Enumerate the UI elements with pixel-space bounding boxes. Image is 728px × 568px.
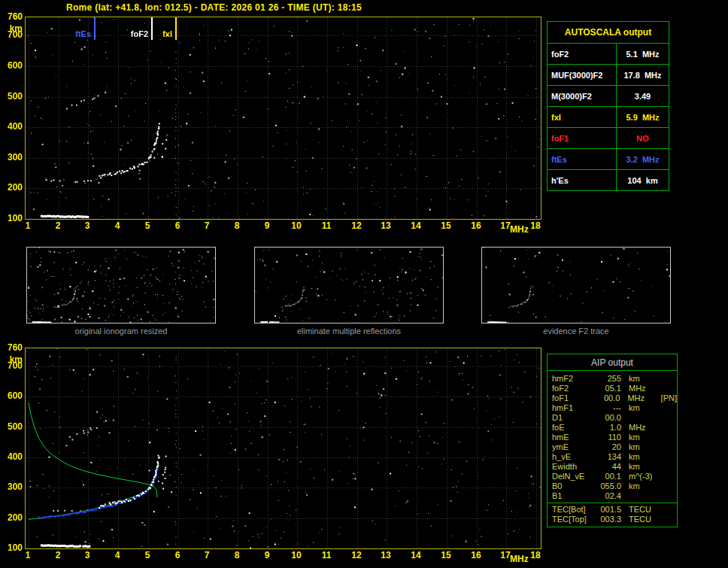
aip-param-note bbox=[662, 374, 663, 384]
aip-param-note bbox=[662, 515, 663, 524]
top-xtick-16: 16 bbox=[467, 221, 485, 230]
aip-param-label: TEC[Bot] bbox=[552, 505, 594, 515]
top-xtick-11: 11 bbox=[317, 221, 335, 230]
aip-tec-list: TEC[Bot]001.5TECUTEC[Top]003.3TECU bbox=[548, 505, 677, 527]
profile-ionogram-plot bbox=[25, 348, 541, 549]
top-xtick-5: 5 bbox=[138, 221, 156, 230]
bottom-ytick-500: 500 bbox=[1, 422, 23, 431]
thumbnail-caption-eliminate: eliminate multiple reflections bbox=[254, 327, 444, 336]
bottom-xtick-5: 5 bbox=[138, 551, 156, 560]
aip-row-foE: foE1.0MHz bbox=[548, 423, 677, 433]
aip-param-unit: MHz bbox=[621, 423, 662, 433]
profile-ionogram-canvas bbox=[26, 348, 541, 548]
autoscala-app-screen: Rome (lat: +41.8, lon: 012.5) - DATE: 20… bbox=[0, 0, 728, 568]
aip-row-hmE: hmE110km bbox=[548, 433, 677, 442]
top-ytick-400: 400 bbox=[1, 122, 23, 131]
thumbnail-caption-original: original ionogram resized bbox=[26, 327, 216, 336]
autoscala-param-label: h'Es bbox=[548, 170, 617, 191]
aip-param-unit: TECU bbox=[621, 505, 662, 515]
autoscala-param-value: 104 km bbox=[617, 170, 669, 191]
bottom-xtick-10: 10 bbox=[287, 551, 305, 560]
autoscala-param-value: 17.8 MHz bbox=[617, 65, 669, 86]
aip-param-label: B1 bbox=[552, 491, 594, 501]
top-ytick-200: 200 bbox=[1, 183, 23, 192]
aip-param-label: Ewidth bbox=[552, 462, 594, 472]
autoscala-output-table: AUTOSCALA output foF25.1 MHzMUF(3000)F21… bbox=[547, 21, 669, 191]
aip-param-label: foF1 bbox=[552, 393, 593, 403]
aip-param-unit: km bbox=[621, 481, 662, 491]
aip-param-unit bbox=[621, 491, 662, 501]
aip-param-value: 110 bbox=[594, 433, 621, 442]
aip-param-value: 001.5 bbox=[594, 505, 621, 515]
aip-param-note bbox=[662, 433, 663, 442]
aip-param-label: hmE bbox=[552, 433, 594, 442]
aip-param-value: 00.1 bbox=[594, 472, 621, 481]
aip-panel-title: AIP output bbox=[548, 354, 677, 371]
bottom-xtick-11: 11 bbox=[317, 551, 335, 560]
bottom-xtick-6: 6 bbox=[168, 551, 187, 560]
autoscala-param-label: ftEs bbox=[548, 149, 617, 170]
top-xtick-15: 15 bbox=[437, 221, 455, 230]
thumbnail-evidence-canvas bbox=[482, 248, 670, 323]
aip-row-B1: B102.4 bbox=[548, 491, 677, 501]
autoscala-row-foF2: foF25.1 MHz bbox=[548, 44, 669, 65]
top-xtick-13: 13 bbox=[377, 221, 395, 230]
bottom-ytick-200: 200 bbox=[1, 513, 23, 522]
bottom-xtick-3: 3 bbox=[78, 551, 96, 560]
aip-param-label: DelN_vE bbox=[552, 472, 594, 481]
aip-param-label: hmF2 bbox=[552, 374, 594, 384]
aip-param-unit: km bbox=[621, 374, 662, 384]
top-y-axis-label: km bbox=[1, 24, 23, 33]
bottom-xtick-15: 15 bbox=[437, 551, 455, 560]
aip-param-value: 00.0 bbox=[594, 413, 621, 423]
main-ionogram-canvas bbox=[26, 17, 541, 219]
aip-param-value: 1.0 bbox=[594, 423, 621, 433]
aip-param-note bbox=[662, 481, 663, 491]
bottom-xtick-8: 8 bbox=[228, 551, 246, 560]
aip-param-unit bbox=[621, 413, 662, 423]
aip-row-foF2: foF205.1MHz bbox=[548, 384, 677, 393]
aip-param-note bbox=[662, 442, 663, 452]
autoscala-param-label: foF1 bbox=[548, 128, 617, 149]
top-xtick-7: 7 bbox=[198, 221, 216, 230]
aip-param-unit: TECU bbox=[621, 515, 662, 524]
aip-param-unit: km bbox=[621, 433, 662, 442]
top-ytick-300: 300 bbox=[1, 153, 23, 162]
autoscala-param-label: MUF(3000)F2 bbox=[548, 65, 617, 86]
aip-param-label: foF2 bbox=[552, 384, 594, 393]
autoscala-param-value: 3.2 MHz bbox=[617, 149, 669, 170]
aip-param-note bbox=[662, 423, 663, 433]
aip-row-B0: B0055.0km bbox=[548, 481, 677, 491]
autoscala-row-M(3000)F2: M(3000)F23.49 bbox=[548, 86, 669, 107]
bottom-ytick-300: 300 bbox=[1, 482, 23, 491]
autoscala-row-ftEs: ftEs3.2 MHz bbox=[548, 149, 669, 170]
bottom-ytick-760: 760 bbox=[1, 343, 23, 352]
top-xtick-3: 3 bbox=[78, 221, 96, 230]
aip-row-foF1: foF100.0MHz[PN] bbox=[548, 393, 677, 403]
autoscala-param-label: fxI bbox=[548, 107, 617, 128]
autoscala-row-h'Es: h'Es104 km bbox=[548, 170, 669, 191]
bottom-ytick-600: 600 bbox=[1, 391, 23, 400]
aip-param-note bbox=[662, 505, 663, 515]
top-xtick-14: 14 bbox=[407, 221, 425, 230]
aip-param-value: 255 bbox=[594, 374, 621, 384]
top-xtick-9: 9 bbox=[258, 221, 276, 230]
aip-param-unit: km bbox=[621, 442, 662, 452]
station-title: Rome (lat: +41.8, lon: 012.5) - DATE: 20… bbox=[66, 2, 362, 13]
top-xtick-10: 10 bbox=[287, 221, 305, 230]
main-ionogram-plot bbox=[25, 17, 541, 220]
aip-param-unit: km bbox=[621, 452, 662, 462]
autoscala-row-fxI: fxI5.9 MHz bbox=[548, 107, 669, 128]
bottom-xtick-12: 12 bbox=[347, 551, 366, 560]
aip-param-note bbox=[662, 403, 663, 413]
autoscala-param-label: foF2 bbox=[548, 44, 617, 65]
aip-param-note bbox=[662, 472, 663, 481]
bottom-xtick-14: 14 bbox=[407, 551, 425, 560]
autoscala-table-title: AUTOSCALA output bbox=[548, 22, 669, 44]
bottom-xtick-1: 1 bbox=[19, 551, 37, 560]
top-xtick-6: 6 bbox=[168, 221, 187, 230]
aip-param-label: h_vE bbox=[552, 452, 594, 462]
bottom-y-axis-label: km bbox=[1, 355, 23, 364]
aip-param-value: 05.1 bbox=[594, 384, 621, 393]
autoscala-param-value: NO bbox=[617, 128, 669, 149]
